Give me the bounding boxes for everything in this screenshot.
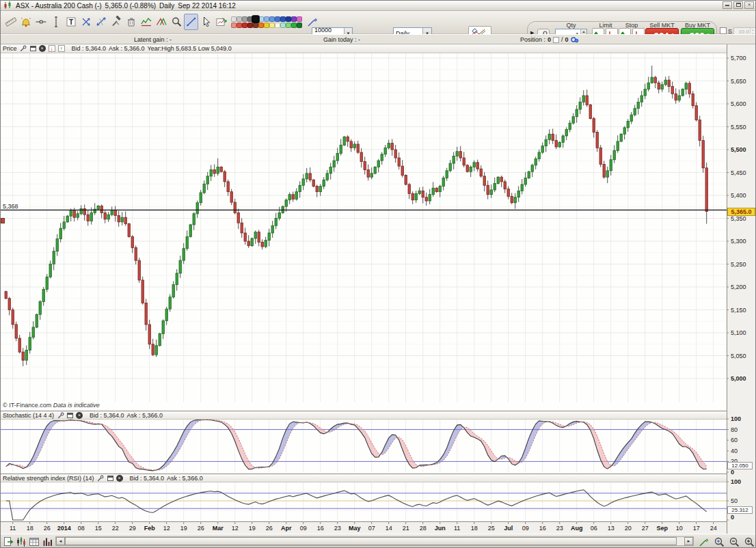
rsi-axis-label: 100 [731,478,741,485]
x-axis-tick-label: Feb [144,525,156,532]
x-axis-tick-label: 15 [95,525,102,532]
chart-canvas[interactable]: 111826201408152229Feb121926Mar121926Apr0… [1,1,756,548]
x-axis-tick-label: 23 [556,525,563,532]
rsi-value-badge: 25.312 [727,506,753,514]
x-axis-tick-label: 18 [27,525,33,532]
x-axis-tick-label: 07 [368,525,375,532]
rsi-ask: Ask : 5,366.0 [167,475,203,482]
x-axis-tick-label: 12 [232,525,239,532]
rsi-pane-title: Relative strength index (RSI) (14) [3,475,94,482]
close-pane-icon[interactable]: × [116,475,123,482]
x-axis-tick-label: 14 [386,525,392,532]
price-year-range: Year:High 5,683.5 Low 5,049.0 [148,45,232,52]
y-axis-price-label: 5,400 [731,192,746,199]
x-axis-tick-label: 22 [112,525,119,532]
last-price-axis-badge: 5,365.0 [727,208,755,216]
left-edge-marker [1,218,5,223]
detach-window-icon[interactable] [30,46,36,51]
detach-window-icon[interactable] [67,413,73,418]
y-axis-price-label: 5,150 [731,307,746,314]
x-axis-tick-label: 28 [420,525,427,532]
x-axis-tick-label: 16 [539,525,546,532]
x-axis-tick-label: 24 [710,525,717,532]
price-pane-title: Price [3,45,17,52]
close-pane-icon[interactable]: × [76,412,83,419]
y-axis-price-label: 5,250 [731,261,746,268]
stochastic-axis-label: 40 [731,448,738,454]
rsi-pane-header: Relative strength index (RSI) (14) × Bid… [1,474,727,482]
x-axis-tick-label: 25 [488,525,495,532]
price-pane-header: Price × ↓ ↑ Bid : 5,364.0 Ask : 5,366.0 … [1,44,727,53]
y-axis-price-label: 5,500 [731,146,746,153]
x-axis-tick-label: 29 [129,525,136,532]
stochastic-ask: Ask : 5,366.0 [127,412,163,419]
wrench-icon[interactable] [57,411,64,419]
wrench-icon[interactable] [20,45,27,53]
y-axis-price-label: 5,100 [731,329,746,336]
stochastic-axis-label: 100 [731,415,741,422]
y-axis-price-label: 5,000 [731,375,746,382]
stochastic-bid: Bid : 5,364.0 [90,412,124,419]
x-axis-tick-label: 12 [163,525,170,532]
x-axis-tick-label: Mar [213,525,224,532]
stochastic-pane-header: Stochastic (14 4 4) × Bid : 5,364.0 Ask … [1,411,727,420]
stochastic-axis-label: 60 [731,437,738,443]
stochastic-axis-label: 80 [731,426,738,433]
x-axis-tick-label: 19 [249,525,256,532]
copyright-note: © IT-Finance.com Data is indicative [3,402,100,409]
x-axis-tick-label: 06 [591,525,597,532]
stochastic-pane-title: Stochastic (14 4 4) [3,412,54,419]
indicative-note: Data is indicative [53,402,100,409]
y-axis-price-label: 5,300 [731,238,746,245]
x-axis-tick-label: Jun [435,525,446,532]
horizontal-line-label: 5,368 [3,203,18,210]
trading-platform-window: ASX - Australia 200 Cash (-) 5,365.0 (-0… [0,0,756,548]
x-axis-tick-label: May [349,525,361,532]
sell-arrow-icon[interactable]: ↓ [49,45,55,52]
stochastic-axis-label: 0 [731,469,734,476]
copyright-text: © IT-Finance.com [3,402,51,409]
y-axis-price-label: 5,450 [731,169,746,176]
x-axis-tick-label: 26 [266,525,273,532]
x-axis-tick-label: 26 [44,525,51,532]
x-axis-tick-label: 13 [608,525,615,532]
y-axis-price-label: 5,050 [731,353,746,359]
x-axis-tick-label: Aug [571,525,583,532]
x-axis-tick-label: 2014 [57,525,71,532]
detach-window-icon[interactable] [107,476,113,481]
x-axis-tick-label: 19 [180,525,187,532]
stochastic-d-line [6,420,707,470]
x-axis-tick-label: 18 [471,525,478,532]
stochastic-k-line [6,420,707,471]
x-axis-tick-label: Jul [504,525,513,532]
x-axis-tick-label: 16 [317,525,324,532]
y-axis-price-label: 5,600 [731,100,746,107]
x-axis-tick-label: 09 [300,525,307,532]
x-axis-tick-label: 17 [693,525,700,532]
x-axis-tick-label: Sep [656,525,668,532]
wrench-icon[interactable] [97,474,105,482]
buy-arrow-icon[interactable]: ↑ [58,45,65,52]
y-axis-price-label: 5,650 [731,78,746,85]
x-axis-tick-label: Apr [281,525,292,532]
x-axis-tick-label: 11 [10,525,16,532]
rsi-bid: Bid : 5,364.0 [130,475,165,482]
x-axis-tick-label: 26 [198,525,204,532]
stochastic-value-badge: 12.050 [727,462,753,469]
rsi-line [6,490,707,520]
x-axis-tick-label: 23 [334,525,341,532]
x-axis-tick-label: 09 [522,525,529,532]
rsi-axis-label: 50 [731,497,738,504]
y-axis-price-label: 5,200 [731,284,746,290]
x-axis-tick-label: 21 [403,525,409,532]
y-axis-price-label: 5,350 [731,215,746,222]
price-bid: Bid : 5,364.0 [72,45,107,52]
close-pane-icon[interactable]: × [39,45,46,52]
y-axis-price-label: 5,700 [731,55,746,61]
x-axis-tick-label: 20 [625,525,632,532]
x-axis-tick-label: 08 [78,525,85,532]
rsi-axis-label: 0 [731,514,734,521]
x-axis-tick-label: 11 [454,525,460,532]
x-axis-tick-label: 10 [676,525,683,532]
y-axis-price-label: 5,550 [731,124,746,131]
